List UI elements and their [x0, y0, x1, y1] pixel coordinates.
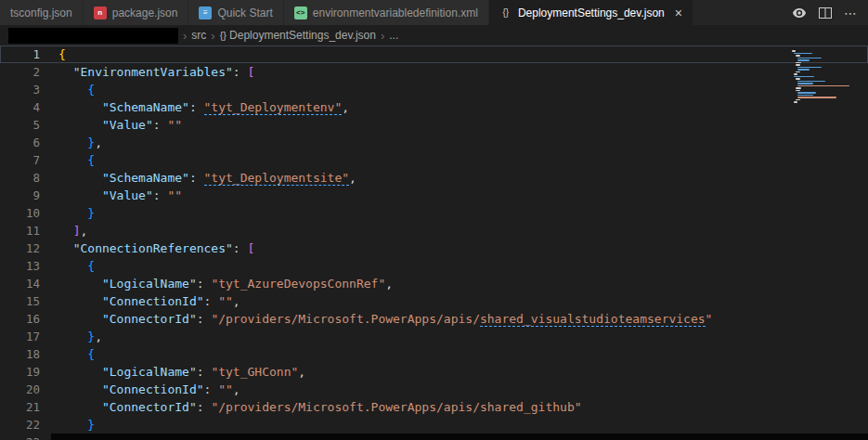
tab-deploymentsettings-dev-json[interactable]: {}DeploymentSettings_dev.json×: [489, 0, 693, 25]
breadcrumb-item[interactable]: {}DeploymentSettings_dev.json: [220, 29, 376, 42]
breadcrumb-separator: ›: [381, 29, 384, 43]
code-token: [58, 153, 87, 167]
breadcrumb-item[interactable]: ...: [389, 29, 398, 42]
code-token: [58, 418, 87, 432]
close-icon[interactable]: ×: [675, 6, 682, 19]
code-token: ,: [95, 330, 102, 343]
code-token: ": [706, 312, 713, 326]
minimap-line: [794, 53, 812, 55]
code-line[interactable]: 9 "Value": "": [0, 187, 868, 204]
minimap-line: [797, 59, 810, 61]
breadcrumb-item[interactable]: src: [191, 29, 206, 42]
code-line[interactable]: 4 "SchemaName": "tyt_Deploymentenv",: [0, 98, 868, 116]
minimap-line: [797, 69, 810, 71]
code-token: :: [197, 277, 212, 291]
code-line[interactable]: 7 {: [0, 151, 868, 169]
code-line[interactable]: 17 },: [0, 328, 868, 345]
code-line[interactable]: 14 "LogicalName": "tyt_AzureDevopsConnRe…: [0, 275, 868, 292]
code-token: :: [189, 171, 204, 185]
code-token: "LogicalName": [102, 365, 197, 379]
code-line[interactable]: 6 },: [0, 134, 868, 151]
line-number: 4: [0, 98, 40, 116]
tab-package-json[interactable]: npackage.json: [84, 0, 189, 25]
code-token: [: [248, 65, 255, 79]
code-line[interactable]: 3 {: [0, 81, 868, 98]
code-token: [58, 365, 102, 379]
breadcrumb-bar: ›src›{}DeploymentSettings_dev.json›...: [0, 25, 868, 45]
code-token: [58, 224, 73, 238]
editor[interactable]: 1{2 "EnvironmentVariables": [3 {4 "Schem…: [0, 45, 868, 440]
code-text: "LogicalName": "tyt_AzureDevopsConnRef",: [40, 275, 393, 292]
code-token: ,: [80, 224, 87, 238]
code-line[interactable]: 21 "ConnectorId": "/providers/Microsoft.…: [0, 398, 868, 416]
code-line[interactable]: 8 "SchemaName": "tyt_Deploymentsite",: [0, 169, 868, 187]
code-line[interactable]: 1{: [0, 45, 868, 63]
line-number: 2: [0, 63, 40, 81]
line-number: 3: [0, 81, 40, 98]
code-line[interactable]: 12 "ConnectionReferences": [: [0, 239, 868, 257]
minimap-line: [797, 58, 822, 59]
code-token: [58, 206, 87, 220]
tab-environmentvariabledefinition-xml[interactable]: <>environmentvariabledefinition.xml: [284, 0, 489, 25]
minimap-line: [796, 78, 800, 80]
code-line[interactable]: 15 "ConnectionId": "",: [0, 292, 868, 310]
line-number: 9: [0, 187, 40, 204]
split-editor-button[interactable]: [818, 6, 833, 20]
line-number: 11: [0, 222, 40, 239]
code-token: :: [197, 312, 212, 326]
horizontal-scrollbar[interactable]: [51, 434, 868, 440]
open-preview-button[interactable]: [792, 6, 807, 20]
line-number: 16: [0, 310, 40, 328]
tab-label: Quick Start: [217, 6, 272, 19]
code-text: "ConnectorId": "/providers/Microsoft.Pow…: [40, 310, 712, 328]
code-line[interactable]: 10 }: [0, 204, 868, 222]
code-token: :: [233, 241, 248, 255]
line-number: 8: [0, 169, 40, 187]
code-token: "tyt_GHConn": [211, 365, 298, 379]
code-line[interactable]: 20 "ConnectionId": "",: [0, 381, 868, 398]
code-line[interactable]: 19 "LogicalName": "tyt_GHConn",: [0, 363, 868, 381]
minimap[interactable]: [792, 50, 857, 104]
code-text: "EnvironmentVariables": [: [40, 63, 254, 81]
code-line[interactable]: 2 "EnvironmentVariables": [: [0, 63, 868, 81]
line-number: 19: [0, 363, 40, 381]
code-token: [58, 136, 87, 149]
tab-quick-start[interactable]: ≡Quick Start: [188, 0, 283, 25]
code-token: "": [167, 188, 182, 202]
line-number: 20: [0, 381, 40, 398]
code-token: [58, 277, 102, 291]
more-actions-button[interactable]: ⋯: [844, 6, 857, 20]
code-line[interactable]: 11 ],: [0, 222, 868, 239]
code-line[interactable]: 18 {: [0, 345, 868, 363]
code-line[interactable]: 5 "Value": "": [0, 116, 868, 134]
code-token: }: [87, 330, 95, 343]
tab-label: tsconfig.json: [10, 6, 72, 19]
code-text: "Value": "": [40, 187, 182, 204]
code-token: "EnvironmentVariables": [73, 65, 233, 79]
code-token: ,: [385, 277, 393, 291]
code-token: {: [87, 347, 95, 361]
code-text: "SchemaName": "tyt_Deploymentenv",: [40, 98, 349, 116]
minimap-line: [794, 101, 797, 103]
code-line[interactable]: 13 {: [0, 257, 868, 275]
code-line[interactable]: 16 "ConnectorId": "/providers/Microsoft.…: [0, 310, 868, 328]
code-token: [58, 259, 87, 273]
code-token: "SchemaName": [102, 100, 189, 114]
line-number: 1: [0, 45, 40, 63]
code-token: [: [248, 241, 255, 255]
code-token: "SchemaName": [102, 171, 189, 185]
code-token: [58, 100, 102, 114]
vscode-editor-window: tsconfig.jsonnpackage.json≡Quick Start<>…: [0, 0, 868, 440]
breadcrumb-separator: ›: [183, 29, 187, 43]
code-token: "": [218, 382, 233, 396]
breadcrumb: ›src›{}DeploymentSettings_dev.json›...: [183, 29, 398, 43]
code-token: "tyt_AzureDevopsConnRef": [211, 277, 385, 291]
redaction-box: [8, 28, 178, 44]
line-number: 14: [0, 275, 40, 292]
code-text: "Value": "": [40, 116, 182, 134]
breadcrumb-label: src: [191, 29, 206, 42]
code-line[interactable]: 22 }: [0, 416, 868, 434]
code-token: :: [197, 400, 212, 414]
code-token: {: [87, 259, 95, 273]
tab-tsconfig-json[interactable]: tsconfig.json: [0, 0, 84, 25]
